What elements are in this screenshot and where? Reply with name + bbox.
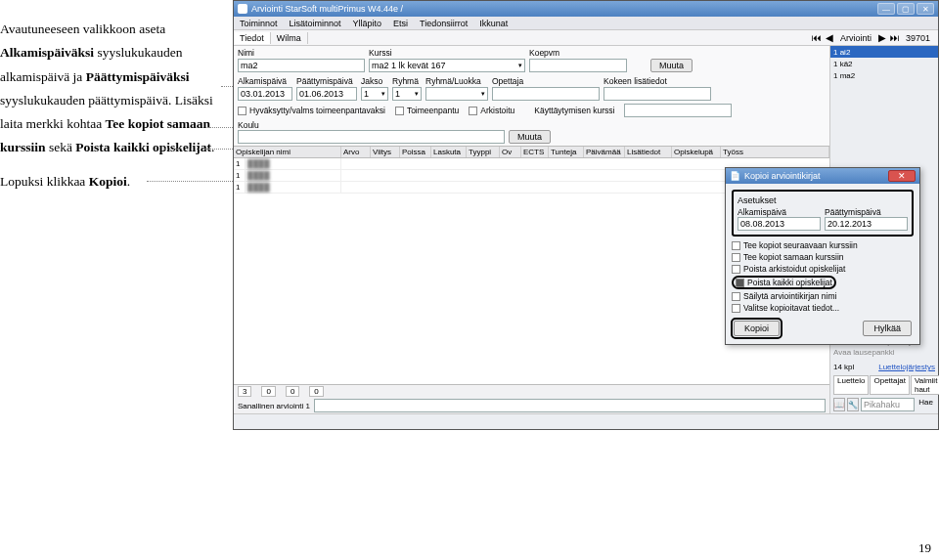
opt-poista-kaikki-checkbox[interactable]: Poista kaikki opiskelijat: [732, 276, 914, 289]
count-cell: 3: [238, 386, 251, 397]
record-number: 39701: [902, 33, 934, 43]
titlebar: Arviointi StarSoft multiPrimus W4.44e / …: [234, 1, 938, 17]
kurssi-select[interactable]: ma2 1 lk kevät 167: [369, 59, 525, 72]
dialog-alk-input[interactable]: 08.08.2013: [738, 217, 821, 231]
pikahaku-input[interactable]: Pikahaku: [861, 398, 915, 411]
grid-footer: 3 0 0 0 Sanallinen arviointi 1: [234, 384, 829, 413]
list-item[interactable]: 1 ai2: [830, 46, 938, 58]
toimeenpantu-checkbox[interactable]: Toimeenpantu: [395, 106, 459, 115]
kopioi-button[interactable]: Kopioi: [734, 321, 780, 336]
nav-label: Arviointi: [836, 33, 875, 43]
window-title: Arviointi StarSoft multiPrimus W4.44e /: [251, 4, 877, 14]
koepvm-label: Koepvm: [529, 48, 627, 58]
dialog-paat-label: Päättymispäivä: [825, 207, 908, 217]
menu-item[interactable]: Toiminnot: [240, 19, 278, 28]
kokeen-lisatiedot-input[interactable]: [604, 87, 711, 101]
opt-valitse-tiedot-checkbox[interactable]: Valitse kopioitavat tiedot...: [732, 303, 914, 313]
tool-icon[interactable]: 🔧: [847, 398, 859, 411]
opt-poista-arkistoidut-checkbox[interactable]: Poista arkistoidut opiskelijat: [732, 264, 914, 274]
statusbar: [234, 413, 938, 425]
close-button[interactable]: ✕: [917, 3, 934, 15]
nimi-input[interactable]: ma2: [238, 59, 365, 72]
tab-tiedot[interactable]: Tiedot: [234, 32, 271, 44]
tabstrip: Tiedot Wilma ⏮ ◀ Arviointi ▶ ⏭ 39701: [234, 30, 938, 46]
menu-item[interactable]: Ikkunat: [479, 19, 508, 28]
group-title: Asetukset: [738, 195, 908, 205]
muuta-button[interactable]: Muuta: [650, 59, 693, 72]
dialog-titlebar: 📄 Kopioi arviointikirjat ✕: [726, 168, 919, 184]
opt-sailyta-nimi-checkbox[interactable]: Säilytä arviointikirjan nimi: [732, 291, 914, 301]
hylkaa-button[interactable]: Hylkää: [863, 321, 912, 336]
tab-luettelo[interactable]: Luettelo: [833, 375, 869, 395]
ryhma-label: Ryhmä: [392, 76, 422, 86]
avaa-lausepankki[interactable]: Avaa lausepankki: [833, 348, 935, 357]
paattymispaiva-input[interactable]: 01.06.2013: [296, 87, 357, 101]
nav-last-icon[interactable]: ⏭: [889, 32, 901, 44]
nav-first-icon[interactable]: ⏮: [811, 32, 823, 44]
kokeen-lisatiedot-label: Kokeen lisätiedot: [604, 76, 711, 86]
hyvaksytty-checkbox[interactable]: Hyväksytty/valms toimeenpantavaksi: [238, 106, 385, 115]
grid-header: Opiskelijan nimi Arvo Viitys Poissa Lask…: [234, 146, 829, 158]
dialog-alk-label: Alkamispäivä: [738, 207, 821, 217]
tab-wilma[interactable]: Wilma: [271, 32, 308, 44]
opettaja-label: Opettaja: [492, 76, 600, 86]
menu-item[interactable]: Etsi: [393, 19, 408, 28]
ryhma-select[interactable]: 1: [392, 87, 422, 101]
menu-item[interactable]: Lisätoiminnot: [290, 19, 341, 28]
app-icon: [238, 4, 247, 14]
ryhmaluokka-select[interactable]: [425, 87, 488, 101]
koulu-label: Koulu: [238, 120, 826, 130]
instruction-text: Avautuneeseen valikkoon aseta Alkamispäi…: [0, 18, 231, 203]
jakso-select[interactable]: 1: [361, 87, 388, 101]
kpl-count: 14 kpl: [833, 363, 854, 371]
dialog-paat-input[interactable]: 20.12.2013: [825, 217, 908, 231]
opt-seuraavaan-checkbox[interactable]: Tee kopiot seuraavaan kurssiin: [732, 240, 914, 250]
list-item[interactable]: 1 ma2: [830, 69, 938, 81]
dialog-icon: 📄: [730, 171, 740, 181]
kopioi-dialog: 📄 Kopioi arviointikirjat ✕ Asetukset Alk…: [725, 167, 920, 345]
count-cell: 0: [309, 386, 323, 397]
dialog-title: Kopioi arviointikirjat: [744, 171, 821, 181]
book-icon[interactable]: 📖: [833, 398, 845, 411]
opettaja-input[interactable]: [492, 87, 600, 101]
kayttaytymisen-label: Käyttäytymisen kurssi: [534, 106, 614, 115]
alkamispaiva-label: Alkamispäivä: [238, 76, 292, 86]
tab-opettajat[interactable]: Opettajat: [870, 375, 909, 395]
app-window: Arviointi StarSoft multiPrimus W4.44e / …: [233, 0, 939, 430]
nimi-label: Nimi: [238, 48, 365, 58]
menu-item[interactable]: Tiedonsiirrot: [420, 19, 468, 28]
right-list: 1 ai2 1 kä2 1 ma2: [830, 46, 938, 81]
arkistoitu-checkbox[interactable]: Arkistoitu: [469, 106, 514, 115]
kurssi-label: Kurssi: [369, 48, 525, 58]
maximize-button[interactable]: ▢: [897, 3, 915, 15]
ryhmaluokka-label: Ryhmä/Luokka: [425, 76, 488, 86]
alkamispaiva-input[interactable]: 03.01.2013: [238, 87, 292, 101]
muuta2-button[interactable]: Muuta: [509, 130, 551, 144]
nav-next-icon[interactable]: ▶: [876, 32, 888, 44]
opt-samaan-checkbox[interactable]: Tee kopiot samaan kurssiin: [732, 252, 914, 262]
jakso-label: Jakso: [361, 76, 388, 86]
page-number: 19: [918, 540, 931, 556]
koulu-input[interactable]: [238, 130, 505, 144]
minimize-button[interactable]: —: [877, 3, 895, 15]
luettelojarjestys-link[interactable]: Luettelojärjestys: [878, 363, 935, 371]
count-cell: 0: [286, 386, 299, 397]
hae-button[interactable]: Hae: [917, 398, 935, 411]
dates-group: Asetukset Alkamispäivä 08.08.2013 Päätty…: [732, 190, 914, 237]
kayttaytymisen-input[interactable]: [624, 104, 732, 117]
menu-item[interactable]: Ylläpito: [353, 19, 382, 28]
sanallinen-label: Sanallinen arviointi 1: [238, 402, 310, 410]
list-item[interactable]: 1 kä2: [830, 58, 938, 69]
dialog-close-button[interactable]: ✕: [888, 170, 916, 182]
count-cell: 0: [261, 386, 275, 397]
menubar: Toiminnot Lisätoiminnot Ylläpito Etsi Ti…: [234, 17, 938, 30]
koepvm-input[interactable]: [529, 59, 627, 72]
sanallinen-input[interactable]: [314, 399, 826, 412]
nav-prev-icon[interactable]: ◀: [824, 32, 835, 44]
tab-valmiit-haut[interactable]: Valmiit haut: [911, 375, 939, 395]
paattymispaiva-label: Päättymispäivä: [296, 76, 357, 86]
